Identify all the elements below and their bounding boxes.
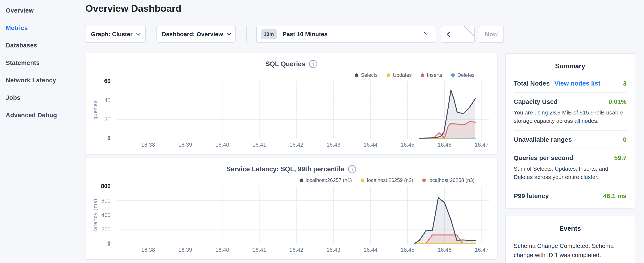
info-icon[interactable]: i xyxy=(348,165,356,173)
x-tick-label: 16:44 xyxy=(353,247,388,253)
toolbar: Graph: Cluster Dashboard: Overview 10m P… xyxy=(85,26,498,43)
x-tick-label: 16:42 xyxy=(279,247,314,253)
x-tick-label: 16:39 xyxy=(168,141,202,148)
legend-item-updates: Updates xyxy=(386,72,412,78)
x-tick-label: 16:45 xyxy=(390,247,424,253)
y-tick-label: 600 xyxy=(89,197,110,204)
legend-label: localhost:26257 (n1) xyxy=(306,177,352,183)
y-tick-label: 40 xyxy=(89,97,110,104)
legend-label: Deletes xyxy=(457,72,474,78)
x-tick-label: 16:39 xyxy=(168,247,202,253)
x-tick-label: 16:45 xyxy=(390,141,424,148)
page-title: Overview Dashboard xyxy=(86,3,498,14)
chart-title: SQL Queries xyxy=(265,60,305,68)
x-tick-label: 16:40 xyxy=(205,247,239,253)
chart-legend: SelectsUpdatesInsertsDeletes xyxy=(355,72,475,78)
time-range-badge: 10m xyxy=(261,29,276,39)
graph-dropdown-label: Graph: Cluster xyxy=(91,31,132,38)
summary-row-top: Capacity Used0.01% xyxy=(514,98,626,105)
legend-label: Selects xyxy=(361,72,378,78)
graph-dropdown[interactable]: Graph: Cluster xyxy=(85,26,146,43)
summary-row-top: Queries per second59.7 xyxy=(514,154,626,161)
sidebar-item-overview[interactable]: Overview xyxy=(0,2,85,19)
summary-row-value: 0.01% xyxy=(608,98,626,105)
legend-dot-icon xyxy=(300,178,303,182)
x-tick-label: 16:41 xyxy=(242,141,276,148)
summary-row-value: 0 xyxy=(623,136,626,143)
dashboard-dropdown-label: Dashboard: Overview xyxy=(162,31,223,38)
sidebar-item-metrics[interactable]: Metrics xyxy=(0,19,85,37)
sidebar-item-network-latency[interactable]: Network Latency xyxy=(0,72,85,89)
time-prev-button[interactable] xyxy=(441,26,458,42)
events-panel: Events Schema Change Completed: Schema c… xyxy=(505,216,635,263)
legend-item-inserts: Inserts xyxy=(421,72,442,78)
chart-plot-area[interactable] xyxy=(117,81,490,139)
chart-card-sql-queries: SQL QueriesiSelectsUpdatesInsertsDeletes… xyxy=(85,53,498,154)
y-tick-label: 20 xyxy=(89,116,110,123)
time-range-label: Past 10 Minutes xyxy=(282,31,328,38)
summary-row-value: 46.1 ms xyxy=(603,192,626,200)
x-tick-label: 16:38 xyxy=(131,247,165,253)
summary-panel: Summary Total NodesView nodes list3Capac… xyxy=(505,53,635,208)
summary-row-label: Capacity Used xyxy=(514,98,558,105)
y-tick-label: 0 xyxy=(89,240,110,247)
time-next-button[interactable] xyxy=(458,26,474,42)
legend-dot-icon xyxy=(422,178,426,182)
legend-label: Inserts xyxy=(427,72,442,78)
event-list-item[interactable]: Schema Change Completed: Schema change w… xyxy=(514,241,626,263)
legend-label: Updates xyxy=(393,72,412,78)
events-title: Events xyxy=(514,225,626,232)
chart-card-service-latency-sql-99th-percentile: Service Latency: SQL, 99th percentileilo… xyxy=(85,158,498,259)
summary-row-queries-per-second: Queries per second59.7Sum of Selects, Up… xyxy=(514,149,626,181)
chart-header: SQL Queriesi xyxy=(86,60,497,68)
y-tick-label: 60 xyxy=(89,78,110,85)
x-tick-label: 16:38 xyxy=(131,141,165,148)
summary-row-label: Total Nodes xyxy=(514,80,550,87)
x-tick-label: 16:42 xyxy=(279,141,314,148)
x-tick-label: 16:47 xyxy=(464,247,498,253)
x-tick-label: 16:46 xyxy=(428,141,462,148)
summary-row-description: Sum of Selects, Updates, Inserts, and De… xyxy=(514,165,626,181)
x-tick-label: 16:41 xyxy=(242,247,276,253)
chevron-left-icon xyxy=(447,32,452,37)
legend-dot-icon xyxy=(361,178,364,182)
right-sidebar: Summary Total NodesView nodes list3Capac… xyxy=(505,0,635,263)
sidebar-item-statements[interactable]: Statements xyxy=(0,54,85,72)
summary-row-total-nodes: Total NodesView nodes list3 xyxy=(514,80,626,87)
chart-plot-area[interactable] xyxy=(117,186,490,244)
now-button[interactable]: Now xyxy=(479,26,504,43)
summary-row-unavailable-ranges: Unavailable ranges0 xyxy=(514,130,626,143)
summary-row-top: Total NodesView nodes list3 xyxy=(514,80,626,87)
charts-container: SQL QueriesiSelectsUpdatesInsertsDeletes… xyxy=(85,53,498,259)
summary-row-p99-latency: P99 latency46.1 ms xyxy=(514,187,626,200)
dashboard-dropdown[interactable]: Dashboard: Overview xyxy=(156,26,236,43)
legend-item-selects: Selects xyxy=(355,72,378,78)
summary-row-top: Unavailable ranges0 xyxy=(514,136,626,143)
sidebar-item-databases[interactable]: Databases xyxy=(0,37,85,54)
summary-title: Summary xyxy=(514,62,626,70)
chevron-down-icon xyxy=(227,31,231,36)
info-icon[interactable]: i xyxy=(309,60,317,68)
toolbar-divider xyxy=(246,26,247,43)
sidebar-item-advanced-debug[interactable]: Advanced Debug xyxy=(0,106,85,124)
x-tick-label: 16:43 xyxy=(316,247,350,253)
x-tick-label: 16:46 xyxy=(428,247,462,253)
x-tick-label: 16:43 xyxy=(316,141,350,148)
legend-label: localhost:26258 (n3) xyxy=(428,177,474,183)
legend-dot-icon xyxy=(421,73,424,77)
time-range-selector[interactable]: 10m Past 10 Minutes xyxy=(256,26,436,43)
summary-rows: Total NodesView nodes list3Capacity Used… xyxy=(514,80,626,200)
legend-dot-icon xyxy=(386,73,390,77)
x-tick-label: 16:44 xyxy=(353,141,388,148)
legend-item-localhost-26258-n3: localhost:26258 (n3) xyxy=(422,177,474,183)
summary-row-capacity-used: Capacity Used0.01%You are using 28.6 MiB… xyxy=(514,92,626,125)
legend-dot-icon xyxy=(451,73,455,77)
view-nodes-list-link[interactable]: View nodes list xyxy=(554,80,600,87)
sidebar: OverviewMetricsDatabasesStatementsNetwor… xyxy=(0,0,85,263)
y-tick-label: 800 xyxy=(89,183,110,190)
summary-row-top: P99 latency46.1 ms xyxy=(514,192,626,200)
sidebar-item-jobs[interactable]: Jobs xyxy=(0,89,85,106)
y-tick-label: 200 xyxy=(89,226,110,233)
x-tick-label: 16:47 xyxy=(464,141,498,148)
sidebar-nav-list: OverviewMetricsDatabasesStatementsNetwor… xyxy=(0,2,85,124)
